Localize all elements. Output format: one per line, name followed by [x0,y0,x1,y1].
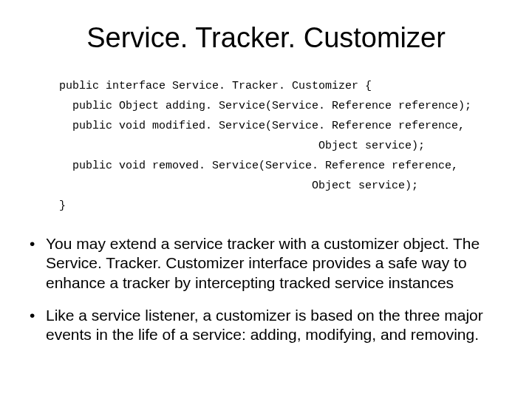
code-line: public Object adding. Service(Service. R… [59,100,471,112]
slide: Service. Tracker. Customizer public inte… [0,0,532,399]
bullet-dot-icon: • [30,234,46,293]
code-line: } [59,200,66,212]
code-line: public interface Service. Tracker. Custo… [59,80,372,92]
bullet-list: • You may extend a service tracker with … [30,234,495,344]
code-line: Object service); [59,180,418,192]
bullet-dot-icon: • [30,306,46,345]
bullet-text: Like a service listener, a customizer is… [46,306,495,345]
bullet-item: • You may extend a service tracker with … [30,234,495,293]
code-line: public void modified. Service(Service. R… [59,120,465,132]
code-block: public interface Service. Tracker. Custo… [59,76,510,216]
code-line: public void removed. Service(Service. Re… [59,160,458,172]
bullet-item: • Like a service listener, a customizer … [30,306,495,345]
code-line: Object service); [59,140,425,152]
bullet-text: You may extend a service tracker with a … [46,234,495,293]
slide-title: Service. Tracker. Customizer [22,22,510,54]
